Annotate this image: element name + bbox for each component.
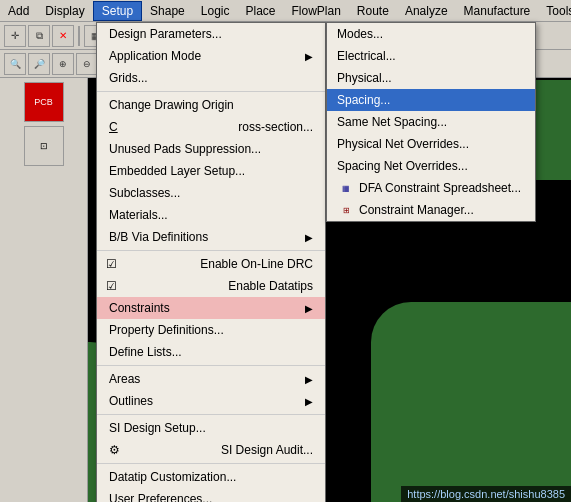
arrow-areas: ▶ (305, 374, 313, 385)
menu-manufacture[interactable]: Manufacture (456, 2, 539, 20)
menu-enable-drc[interactable]: ☑ Enable On-Line DRC (97, 253, 325, 275)
constraints-submenu: Modes... Electrical... Physical... Spaci… (326, 22, 536, 222)
left-icon-2[interactable]: ⊡ (24, 126, 64, 166)
check-datatips: ☑ (103, 279, 119, 293)
menu-tools[interactable]: Tools (538, 2, 571, 20)
menu-si-design-audit[interactable]: ⚙ SI Design Audit... (97, 439, 325, 461)
submenu-constraint-manager[interactable]: ⊞ Constraint Manager... (327, 199, 535, 221)
check-drc: ☑ (103, 257, 119, 271)
toolbar-btn-close[interactable]: ✕ (52, 25, 74, 47)
menu-add[interactable]: Add (0, 2, 37, 20)
menu-embedded-layer[interactable]: Embedded Layer Setup... (97, 160, 325, 182)
submenu-same-net-spacing[interactable]: Same Net Spacing... (327, 111, 535, 133)
menu-place[interactable]: Place (237, 2, 283, 20)
menu-outlines[interactable]: Outlines ▶ (97, 390, 325, 412)
menu-enable-datatips[interactable]: ☑ Enable Datatips (97, 275, 325, 297)
menu-display[interactable]: Display (37, 2, 92, 20)
menu-change-origin[interactable]: Change Drawing Origin (97, 94, 325, 116)
toolbar-sep-1 (78, 26, 80, 46)
menu-materials[interactable]: Materials... (97, 204, 325, 226)
sep-3 (97, 365, 325, 366)
menu-unused-pads[interactable]: Unused Pads Suppression... (97, 138, 325, 160)
menu-route[interactable]: Route (349, 2, 397, 20)
sep-5 (97, 463, 325, 464)
menu-areas[interactable]: Areas ▶ (97, 368, 325, 390)
menu-analyze[interactable]: Analyze (397, 2, 456, 20)
arrow-bb-via: ▶ (305, 232, 313, 243)
toolbar-btn-2[interactable]: ⧉ (28, 25, 50, 47)
sep-1 (97, 91, 325, 92)
left-panel: PCB ⊡ (0, 78, 88, 502)
toolbar2-btn-4[interactable]: ⊖ (76, 53, 98, 75)
submenu-modes[interactable]: Modes... (327, 23, 535, 45)
submenu-dfa-constraint[interactable]: ▦ DFA Constraint Spreadsheet... (327, 177, 535, 199)
arrow-app-mode: ▶ (305, 51, 313, 62)
setup-dropdown: Design Parameters... Application Mode ▶ … (96, 22, 326, 502)
arrow-constraints: ▶ (305, 303, 313, 314)
menu-bb-via[interactable]: B/B Via Definitions ▶ (97, 226, 325, 248)
submenu-spacing[interactable]: Spacing... (327, 89, 535, 111)
url-bar: https://blog.csdn.net/shishu8385 (401, 486, 571, 502)
menu-app-mode[interactable]: Application Mode ▶ (97, 45, 325, 67)
submenu-physical-net-overrides[interactable]: Physical Net Overrides... (327, 133, 535, 155)
menu-cross-section[interactable]: Cross-section... (97, 116, 325, 138)
submenu-physical[interactable]: Physical... (327, 67, 535, 89)
toolbar2-btn-2[interactable]: 🔎 (28, 53, 50, 75)
toolbar2-btn-3[interactable]: ⊕ (52, 53, 74, 75)
toolbar-btn-1[interactable]: ✛ (4, 25, 26, 47)
green-decoration-2 (371, 302, 571, 502)
sep-2 (97, 250, 325, 251)
submenu-electrical[interactable]: Electrical... (327, 45, 535, 67)
menu-define-lists[interactable]: Define Lists... (97, 341, 325, 363)
cm-icon: ⊞ (337, 203, 355, 217)
menu-si-design-setup[interactable]: SI Design Setup... (97, 417, 325, 439)
left-icon-1[interactable]: PCB (24, 82, 64, 122)
menu-flowplan[interactable]: FlowPlan (284, 2, 349, 20)
sep-4 (97, 414, 325, 415)
menu-subclasses[interactable]: Subclasses... (97, 182, 325, 204)
menu-constraints[interactable]: Constraints ▶ (97, 297, 325, 319)
arrow-outlines: ▶ (305, 396, 313, 407)
si-audit-icon: ⚙ (109, 443, 127, 457)
menu-shape[interactable]: Shape (142, 2, 193, 20)
menubar: Add Display Setup Shape Logic Place Flow… (0, 0, 571, 22)
submenu-spacing-net-overrides[interactable]: Spacing Net Overrides... (327, 155, 535, 177)
dfa-icon: ▦ (337, 181, 355, 195)
menu-property-defs[interactable]: Property Definitions... (97, 319, 325, 341)
menu-grids[interactable]: Grids... (97, 67, 325, 89)
menu-datatip-custom[interactable]: Datatip Customization... (97, 466, 325, 488)
menu-setup[interactable]: Setup (93, 1, 142, 21)
menu-logic[interactable]: Logic (193, 2, 238, 20)
toolbar2-btn-1[interactable]: 🔍 (4, 53, 26, 75)
menu-design-params[interactable]: Design Parameters... (97, 23, 325, 45)
menu-user-prefs[interactable]: User Preferences... (97, 488, 325, 502)
